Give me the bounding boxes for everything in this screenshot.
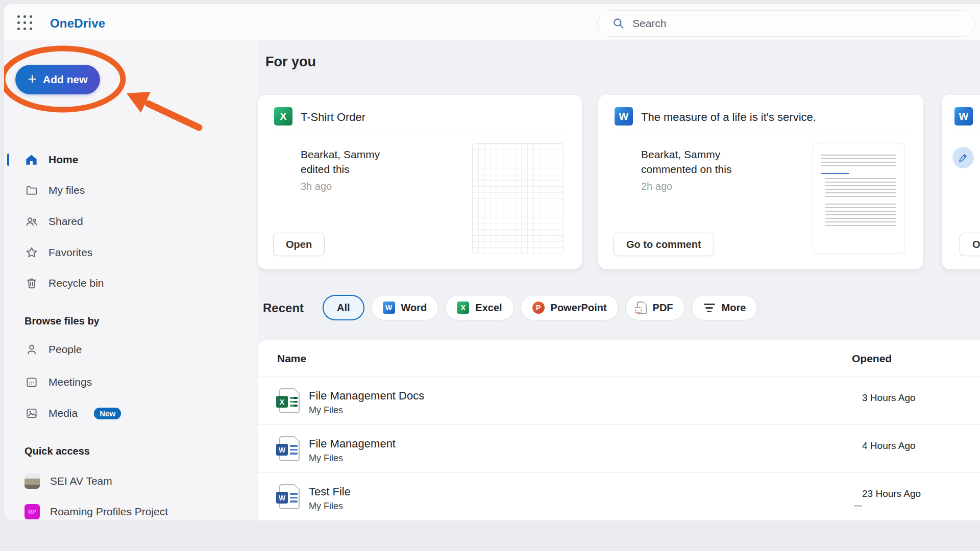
sidebar-item-home[interactable]: Home xyxy=(9,147,249,172)
sidebar-item-label: Meetings xyxy=(48,376,92,388)
add-new-button[interactable]: + Add new xyxy=(15,65,100,94)
card-divider xyxy=(273,135,567,135)
sidebar-item-label: My files xyxy=(48,184,85,196)
filter-pill-pdf[interactable]: PDF xyxy=(625,295,685,320)
home-icon xyxy=(24,153,38,167)
table-row-file-management[interactable]: W File Management My Files 4 Hours Ago xyxy=(258,424,980,472)
recent-filter-pills: All W Word X Excel P PowerPoint PDF More xyxy=(323,295,757,320)
column-header-opened[interactable]: Opened xyxy=(852,340,892,377)
file-location: My Files xyxy=(309,453,343,464)
thumbnail-text-lines xyxy=(825,178,896,198)
file-opened-time: 23 Hours Ago xyxy=(862,488,921,499)
excel-icon: X xyxy=(457,302,469,314)
sidebar-item-recycle-bin[interactable]: Recycle bin xyxy=(9,271,249,295)
file-opened-time: 4 Hours Ago xyxy=(862,440,916,452)
column-header-name[interactable]: Name xyxy=(277,340,306,377)
card-divider xyxy=(614,135,908,135)
initials-tile-icon: RP xyxy=(24,504,40,519)
card-title[interactable]: The measure of a life is it's service. xyxy=(641,111,816,124)
sidebar-item-people[interactable]: People xyxy=(9,337,249,362)
quick-access-label: SEI AV Team xyxy=(50,475,112,487)
card-timestamp: 2h ago xyxy=(641,181,672,192)
word-icon: W xyxy=(383,302,395,314)
sidebar-item-my-files[interactable]: My files xyxy=(9,178,249,203)
spreadsheet-thumbnail[interactable] xyxy=(472,143,564,254)
search-icon xyxy=(612,17,625,30)
go-to-comment-button[interactable]: Go to comment xyxy=(614,233,714,256)
person-icon xyxy=(24,343,38,357)
document-thumbnail[interactable] xyxy=(813,143,904,254)
app-launcher-waffle-icon[interactable] xyxy=(15,13,35,33)
add-new-label: Add new xyxy=(43,73,88,86)
sidebar-item-shared[interactable]: Shared xyxy=(9,209,249,234)
open-button[interactable]: Open xyxy=(960,233,980,256)
for-you-title: For you xyxy=(265,54,316,70)
card-activity-text: Bearkat, Sammy edited this xyxy=(301,147,380,177)
sidebar-item-favorites[interactable]: Favorites xyxy=(9,240,249,265)
quick-access-header: Quick access xyxy=(24,445,90,457)
sidebar-item-label: Media xyxy=(48,407,78,419)
word-file-icon: W xyxy=(954,107,973,126)
filter-icon xyxy=(703,304,716,312)
image-icon xyxy=(24,407,38,420)
open-button[interactable]: Open xyxy=(273,233,325,256)
new-badge: New xyxy=(94,408,121,419)
for-you-card-measure-of-life: W The measure of a life is it's service.… xyxy=(598,95,923,269)
thumbnail-text-lines xyxy=(825,204,896,226)
quick-access-item-roaming-profiles[interactable]: RP Roaming Profiles Project xyxy=(9,499,249,520)
card-timestamp: 3h ago xyxy=(301,181,332,192)
excel-document-icon: X xyxy=(279,388,300,413)
word-document-icon: W xyxy=(279,484,300,509)
filter-pill-all[interactable]: All xyxy=(323,295,364,320)
file-name[interactable]: Test File xyxy=(309,485,351,498)
word-document-icon: W xyxy=(279,436,300,461)
sidebar-item-label: Shared xyxy=(48,215,83,228)
filter-pill-powerpoint[interactable]: P PowerPoint xyxy=(521,295,619,320)
recent-files-table: Name Opened X File Management Docs My Fi… xyxy=(258,340,980,520)
filter-pill-more[interactable]: More xyxy=(692,295,758,320)
table-row-test-file[interactable]: W Test File My Files 23 Hours Ago xyxy=(258,472,980,520)
onedrive-app-window: OneDrive + Add new Home My files xyxy=(4,4,980,520)
file-name[interactable]: File Management xyxy=(309,437,396,450)
onedrive-logo[interactable]: OneDrive xyxy=(50,16,105,31)
for-you-card-tshirt-order: X T-Shirt Order Bearkat, Sammy edited th… xyxy=(258,95,582,269)
edit-pencil-badge xyxy=(952,147,974,168)
scroll-dash-artifact xyxy=(854,505,862,507)
browse-files-by-header: Browse files by xyxy=(24,315,100,327)
card-title[interactable]: T-Shirt Order xyxy=(301,111,365,124)
sidebar-item-label: People xyxy=(48,343,82,356)
powerpoint-icon: P xyxy=(532,302,545,314)
filter-pill-excel[interactable]: X Excel xyxy=(445,295,513,320)
file-name[interactable]: File Management Docs xyxy=(309,389,424,403)
thumbnail-link-line xyxy=(821,173,849,174)
sidebar-item-meetings[interactable]: Meetings xyxy=(9,370,249,394)
word-file-icon: W xyxy=(615,107,633,126)
pdf-icon xyxy=(637,302,647,314)
recent-title: Recent xyxy=(263,301,304,315)
active-indicator xyxy=(7,154,9,166)
file-location: My Files xyxy=(309,405,343,416)
trash-icon xyxy=(24,277,38,290)
card-activity-text: Bearkat, Sammy commented on this xyxy=(641,147,731,177)
table-row-file-management-docs[interactable]: X File Management Docs My Files 3 Hours … xyxy=(258,377,980,424)
pencil-icon xyxy=(958,152,969,163)
sidebar-item-media[interactable]: Media New xyxy=(9,401,249,425)
sidebar-item-label: Favorites xyxy=(48,246,92,259)
sidebar-item-label: Home xyxy=(48,154,78,166)
calendar-icon xyxy=(24,375,38,389)
file-location: My Files xyxy=(309,501,343,512)
folder-icon xyxy=(24,184,38,197)
excel-file-icon: X xyxy=(274,107,292,126)
plus-icon: + xyxy=(28,71,37,87)
quick-access-item-sei-av-team[interactable]: SEI AV Team xyxy=(9,469,249,493)
search-bar[interactable] xyxy=(597,10,975,37)
sidebar-item-label: Recycle bin xyxy=(48,277,104,289)
filter-pill-word[interactable]: W Word xyxy=(371,295,439,320)
star-icon xyxy=(24,246,38,260)
quick-access-label: Roaming Profiles Project xyxy=(50,506,168,518)
team-thumbnail-icon xyxy=(24,473,40,489)
search-input[interactable] xyxy=(632,17,918,30)
card-divider xyxy=(953,135,980,135)
people-icon xyxy=(24,215,38,229)
for-you-card-partial: W Open xyxy=(942,95,980,269)
